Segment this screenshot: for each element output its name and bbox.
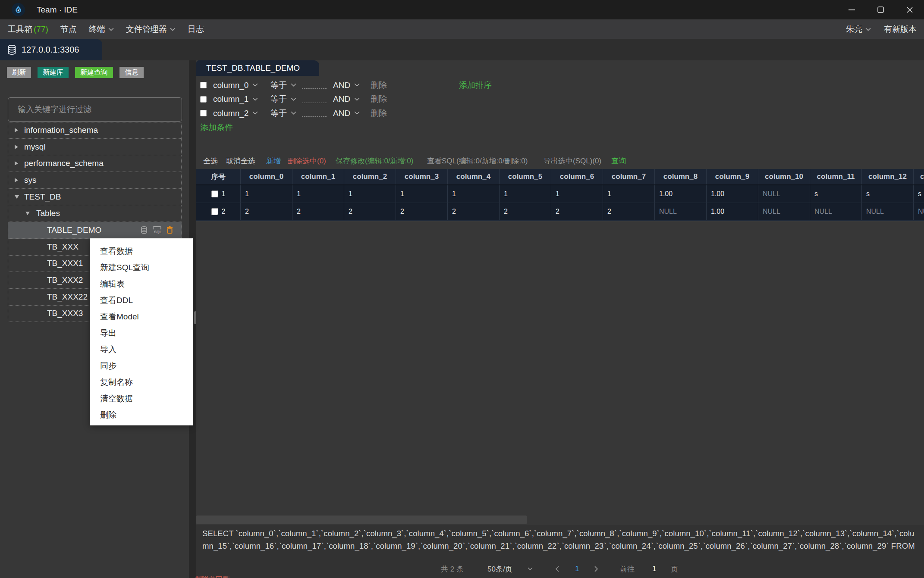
sidebar-button-0[interactable]: 刷新 xyxy=(7,67,31,78)
table-cell[interactable]: NULL xyxy=(862,203,914,220)
context-menu-item-3[interactable]: 查看DDL xyxy=(90,292,193,309)
prev-page-button[interactable] xyxy=(555,563,559,575)
column-header-column_10[interactable]: column_10 xyxy=(758,169,810,184)
table-cell[interactable]: s xyxy=(810,185,862,203)
table-cell[interactable]: 2 xyxy=(551,203,603,220)
sidebar-button-1[interactable]: 新建库 xyxy=(38,67,69,78)
filter-operator-select[interactable]: 等于 xyxy=(270,92,296,106)
toolbar-6[interactable]: 导出选中(SQL)(0) xyxy=(544,155,601,166)
close-button[interactable] xyxy=(895,0,924,19)
column-header-column_3[interactable]: column_3 xyxy=(396,169,448,184)
column-header-column_7[interactable]: column_7 xyxy=(603,169,655,184)
filter-column-select[interactable]: column_2 xyxy=(213,106,258,120)
table-cell[interactable]: 1 xyxy=(292,185,344,203)
table-cell[interactable]: 2 xyxy=(292,203,344,220)
collapse-arrow-icon[interactable] xyxy=(15,195,19,199)
menu-item-1[interactable]: 节点 xyxy=(60,24,77,35)
column-header-column_0[interactable]: column_0 xyxy=(241,169,292,184)
context-menu-item-4[interactable]: 查看Model xyxy=(90,309,193,325)
filter-delete-link[interactable]: 删除 xyxy=(371,92,387,106)
column-header-column_1[interactable]: column_1 xyxy=(292,169,344,184)
table-cell[interactable]: NULL xyxy=(914,203,924,220)
toolbar-5[interactable]: 查看SQL(编辑:0/新增:0/删除:0) xyxy=(427,155,528,166)
filter-checkbox[interactable] xyxy=(200,96,207,103)
tree-item-mysql[interactable]: mysql xyxy=(8,139,182,156)
table-cell[interactable]: 2 xyxy=(448,203,500,220)
column-header-column_9[interactable]: column_9 xyxy=(707,169,758,184)
column-header-column_8[interactable]: column_8 xyxy=(655,169,707,184)
tree-item-sys[interactable]: sys xyxy=(8,172,182,189)
table-cell[interactable]: 2 xyxy=(500,203,551,220)
column-header-column_13[interactable]: column_13 xyxy=(914,169,924,184)
sidebar-scrollbar-thumb[interactable] xyxy=(194,311,196,324)
menu-item-3[interactable]: 文件管理器 xyxy=(126,24,176,35)
table-cell[interactable]: NULL xyxy=(655,203,707,220)
filter-value-input[interactable] xyxy=(302,103,327,103)
menu-right-item-1[interactable]: 有新版本 xyxy=(884,24,917,35)
column-header-column_5[interactable]: column_5 xyxy=(500,169,551,184)
current-page[interactable]: 1 xyxy=(575,563,579,575)
filter-operator-select[interactable]: 等于 xyxy=(270,106,296,120)
table-cell[interactable]: 2 xyxy=(344,203,396,220)
table-cell[interactable]: NULL xyxy=(758,185,810,203)
table-cell[interactable]: 1 xyxy=(500,185,551,203)
menu-item-0[interactable]: 工具箱(77) xyxy=(8,24,48,35)
toolbar-4[interactable]: 保存修改(编辑:0/新增:0) xyxy=(336,155,413,166)
toolbar-1[interactable]: 取消全选 xyxy=(226,155,255,166)
tree-item-performance_schema[interactable]: performance_schema xyxy=(8,155,182,172)
expand-arrow-icon[interactable] xyxy=(15,178,18,182)
menu-item-4[interactable]: 日志 xyxy=(188,24,204,35)
filter-column-select[interactable]: column_0 xyxy=(213,78,258,92)
goto-page-input[interactable]: 1 xyxy=(652,563,656,575)
table-cell[interactable]: 1 xyxy=(448,185,500,203)
sidebar-button-3[interactable]: 信息 xyxy=(119,67,144,78)
sidebar-button-2[interactable]: 新建查询 xyxy=(75,67,113,78)
column-header-column_11[interactable]: column_11 xyxy=(810,169,862,184)
column-header-column_12[interactable]: column_12 xyxy=(862,169,914,184)
filter-join-select[interactable]: AND xyxy=(333,92,360,106)
table-cell[interactable]: s xyxy=(862,185,914,203)
trash-icon[interactable] xyxy=(167,226,173,234)
column-header-序号[interactable]: 序号 xyxy=(196,169,241,184)
table-cell[interactable]: 1.00 xyxy=(707,185,758,203)
filter-checkbox[interactable] xyxy=(200,82,207,88)
tree-item-TEST_DB[interactable]: TEST_DB xyxy=(8,189,182,206)
context-menu-item-0[interactable]: 查看数据 xyxy=(90,243,193,259)
expand-arrow-icon[interactable] xyxy=(15,128,18,132)
table-cell[interactable]: 2 xyxy=(603,203,655,220)
next-page-button[interactable] xyxy=(594,563,598,575)
filter-checkbox[interactable] xyxy=(200,110,207,116)
filter-operator-select[interactable]: 等于 xyxy=(270,78,296,92)
tree-item-information_schema[interactable]: information_schema xyxy=(8,122,182,139)
toolbar-0[interactable]: 全选 xyxy=(203,155,218,166)
table-tab[interactable]: TEST_DB.TABLE_DEMO xyxy=(196,60,319,76)
context-menu-item-6[interactable]: 导入 xyxy=(90,341,193,358)
context-menu-item-10[interactable]: 删除 xyxy=(90,407,193,423)
toolbar-2[interactable]: 新增 xyxy=(266,155,281,166)
tree-item-Tables[interactable]: Tables xyxy=(8,205,182,222)
horizontal-scrollbar-thumb[interactable] xyxy=(196,516,527,524)
table-cell[interactable]: 1.00 xyxy=(707,203,758,220)
context-menu-item-2[interactable]: 编辑表 xyxy=(90,276,193,292)
filter-value-input[interactable] xyxy=(302,88,327,89)
table-cell[interactable]: NULL xyxy=(758,203,810,220)
table-cell[interactable]: 1.00 xyxy=(655,185,707,203)
column-header-column_2[interactable]: column_2 xyxy=(344,169,396,184)
menu-item-2[interactable]: 终端 xyxy=(89,24,114,35)
context-menu-item-5[interactable]: 导出 xyxy=(90,325,193,341)
toolbar-7[interactable]: 查询 xyxy=(611,155,626,166)
page-size-select[interactable]: 50条/页 xyxy=(487,563,512,575)
table-cell[interactable]: 1 xyxy=(396,185,448,203)
filter-delete-link[interactable]: 删除 xyxy=(371,106,387,120)
filter-value-input[interactable] xyxy=(302,116,327,117)
table-cell[interactable]: 2 xyxy=(241,203,292,220)
context-menu-item-9[interactable]: 清空数据 xyxy=(90,391,193,407)
tree-filter-input[interactable]: 输入关键字进行过滤 xyxy=(8,97,182,122)
tree-item-TABLE_DEMO[interactable]: TABLE_DEMOSQL xyxy=(8,222,182,239)
filter-join-select[interactable]: AND xyxy=(333,78,360,92)
page-size-chevron-icon[interactable] xyxy=(528,563,533,575)
row-checkbox[interactable] xyxy=(211,191,218,197)
table-cell[interactable]: 1 xyxy=(241,185,292,203)
column-header-column_6[interactable]: column_6 xyxy=(551,169,603,184)
filter-join-select[interactable]: AND xyxy=(333,106,360,120)
